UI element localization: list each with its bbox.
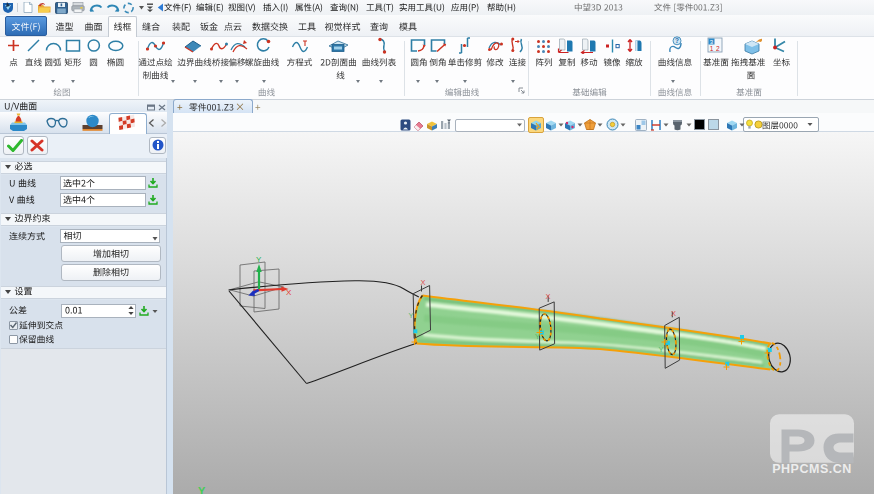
svg-text:Y: Y xyxy=(659,345,664,354)
svg-text:Y: Y xyxy=(535,332,540,341)
svg-text:Y: Y xyxy=(409,311,414,320)
svg-text:2: 2 xyxy=(716,45,720,52)
svg-text:X: X xyxy=(286,288,292,297)
svg-text:1: 1 xyxy=(710,45,714,52)
svg-text:X: X xyxy=(546,292,551,301)
svg-text:Y: Y xyxy=(256,255,262,264)
svg-text:X: X xyxy=(671,309,676,318)
svg-text:X: X xyxy=(421,278,426,287)
svg-text:PHPCMS.CN: PHPCMS.CN xyxy=(772,462,852,476)
svg-text:?: ? xyxy=(675,37,679,44)
svg-text:Y: Y xyxy=(198,485,206,494)
